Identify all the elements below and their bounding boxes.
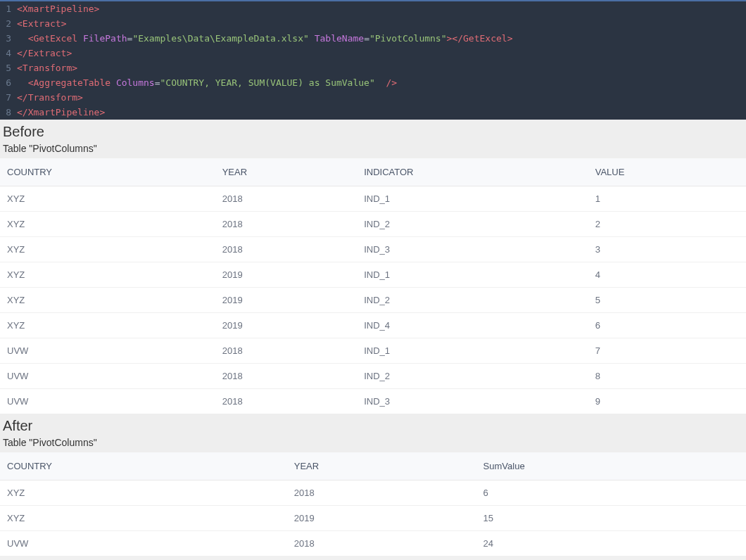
table-row: XYZ201915: [0, 506, 746, 531]
code-line: 6 <AggregateTable Columns="COUNTRY, YEAR…: [0, 75, 746, 90]
table-cell: XYZ: [0, 506, 287, 531]
code-token: [309, 33, 315, 44]
table-cell: 6: [476, 481, 746, 506]
table-cell: 2018: [215, 212, 358, 237]
code-token: GetExcel: [463, 33, 507, 44]
table-header-cell: COUNTRY: [0, 158, 215, 186]
code-token: [17, 77, 28, 88]
code-token: "COUNTRY, YEAR, SUM(VALUE) as SumValue": [160, 77, 375, 88]
table-cell: 24: [476, 531, 746, 556]
table-cell: 3: [588, 237, 746, 262]
code-token: FilePath: [83, 33, 127, 44]
code-token: [375, 77, 386, 88]
code-content: </XmartPipeline>: [17, 105, 746, 120]
code-content: <AggregateTable Columns="COUNTRY, YEAR, …: [17, 75, 746, 90]
table-row: XYZ2019IND_14: [0, 262, 746, 288]
table-cell: 2018: [287, 531, 476, 556]
table-header-cell: VALUE: [588, 158, 746, 186]
table-row: XYZ2019IND_46: [0, 313, 746, 338]
code-token: AggregateTable: [33, 77, 110, 88]
table-cell: IND_3: [357, 389, 588, 414]
line-number: 3: [0, 31, 17, 46]
table-row: XYZ20186: [0, 481, 746, 506]
code-token: </: [17, 48, 28, 58]
before-table: COUNTRYYEARINDICATORVALUE XYZ2018IND_11X…: [0, 158, 746, 414]
code-token: =: [155, 77, 160, 88]
code-token: >: [99, 107, 105, 117]
table-cell: 2018: [215, 237, 358, 262]
table-cell: IND_1: [357, 186, 588, 212]
code-token: [17, 33, 28, 44]
line-number: 1: [0, 1, 17, 16]
table-cell: 2018: [215, 338, 358, 364]
code-token: <: [17, 18, 23, 29]
after-caption: Table "PivotColumns": [0, 435, 746, 452]
table-cell: 9: [588, 389, 746, 414]
code-token: <: [17, 63, 23, 73]
code-token: </: [452, 33, 463, 44]
table-cell: 2018: [215, 364, 358, 389]
table-cell: 2018: [215, 186, 358, 212]
line-number: 4: [0, 46, 17, 61]
code-line: 4</Extract>: [0, 46, 746, 61]
code-token: Extract: [23, 18, 61, 29]
table-cell: XYZ: [0, 186, 215, 212]
table-cell: UVW: [0, 531, 287, 556]
code-line: 8</XmartPipeline>: [0, 105, 746, 120]
table-row: UVW2018IND_17: [0, 338, 746, 364]
table-cell: IND_4: [357, 313, 588, 338]
line-number: 2: [0, 16, 17, 31]
code-token: "Examples\Data\ExampleData.xlsx": [132, 33, 308, 44]
table-row: XYZ2019IND_25: [0, 288, 746, 313]
code-token: Transform: [23, 63, 72, 73]
code-token: XmartPipeline: [23, 4, 94, 14]
table-cell: 2: [588, 212, 746, 237]
table-cell: XYZ: [0, 313, 215, 338]
code-line: 1<XmartPipeline>: [0, 1, 746, 16]
code-token: Transform: [28, 92, 77, 103]
table-cell: IND_1: [357, 262, 588, 288]
table-row: UVW2018IND_39: [0, 389, 746, 414]
table-cell: IND_2: [357, 212, 588, 237]
table-cell: 2018: [215, 389, 358, 414]
code-block: 1<XmartPipeline>2<Extract>3 <GetExcel Fi…: [0, 0, 746, 120]
table-row: UVW201824: [0, 531, 746, 556]
table-row: XYZ2018IND_22: [0, 212, 746, 237]
table-row: XYZ2018IND_33: [0, 237, 746, 262]
code-token: GetExcel: [33, 33, 77, 44]
code-token: TableName: [315, 33, 364, 44]
table-cell: XYZ: [0, 288, 215, 313]
table-cell: XYZ: [0, 262, 215, 288]
code-token: >: [77, 92, 83, 103]
code-token: Extract: [28, 48, 67, 58]
table-cell: IND_2: [357, 288, 588, 313]
table-row: XYZ2018IND_11: [0, 186, 746, 212]
table-cell: IND_1: [357, 338, 588, 364]
after-heading: After: [0, 414, 746, 435]
table-cell: 15: [476, 506, 746, 531]
code-token: XmartPipeline: [28, 107, 100, 117]
code-content: <GetExcel FilePath="Examples\Data\Exampl…: [17, 31, 746, 46]
before-heading: Before: [0, 120, 746, 141]
line-number: 5: [0, 61, 17, 75]
code-token: [77, 33, 83, 44]
table-cell: 2019: [215, 262, 358, 288]
code-token: <: [17, 4, 23, 14]
code-token: >: [507, 33, 513, 44]
table-header-cell: YEAR: [215, 158, 358, 186]
line-number: 6: [0, 75, 17, 90]
table-cell: XYZ: [0, 237, 215, 262]
table-cell: UVW: [0, 364, 215, 389]
table-cell: 7: [588, 338, 746, 364]
table-cell: 4: [588, 262, 746, 288]
table-cell: XYZ: [0, 212, 215, 237]
table-cell: 2019: [215, 313, 358, 338]
table-cell: XYZ: [0, 481, 287, 506]
table-cell: 2019: [215, 288, 358, 313]
line-number: 7: [0, 90, 17, 105]
table-cell: 8: [588, 364, 746, 389]
code-content: <Extract>: [17, 16, 746, 31]
table-row: UVW2018IND_28: [0, 364, 746, 389]
table-cell: 5: [588, 288, 746, 313]
table-header-cell: YEAR: [287, 452, 476, 481]
